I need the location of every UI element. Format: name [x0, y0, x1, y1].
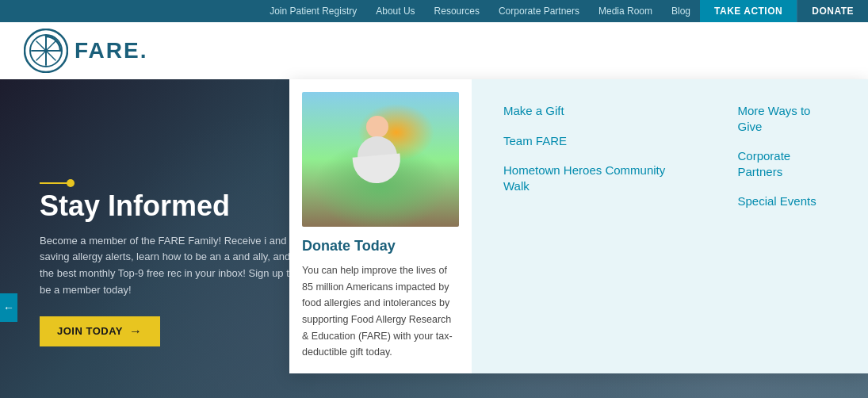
- dropdown-link-team-fare[interactable]: Team FARE: [503, 133, 690, 149]
- dropdown-right-panel: Make a Gift Team FARE Hometown Heroes Co…: [472, 79, 868, 373]
- top-nav-bar: Join Patient Registry About Us Resources…: [0, 0, 868, 22]
- dropdown-donate-title: Donate Today: [302, 238, 459, 254]
- main-header: FARE.: [0, 22, 868, 79]
- take-action-button[interactable]: TAKE ACTION: [700, 0, 797, 22]
- child-dress: [353, 153, 403, 185]
- nav-media-room[interactable]: Media Room: [589, 6, 662, 17]
- logo-text: FARE.: [75, 38, 147, 63]
- hero-line-dot: [40, 182, 71, 184]
- hero-line-decoration: [40, 182, 309, 184]
- hero-body-text: Become a member of the FARE Family! Rece…: [40, 233, 309, 299]
- dropdown-link-more-ways-to-give[interactable]: More Ways to Give: [737, 103, 836, 134]
- hero-content: Stay Informed Become a member of the FAR…: [40, 182, 309, 346]
- left-tab-button[interactable]: ←: [0, 293, 17, 322]
- fare-logo-icon: [24, 29, 68, 73]
- donate-button[interactable]: DONATE: [797, 0, 868, 22]
- child-figure: [346, 108, 409, 203]
- nav-resources[interactable]: Resources: [425, 6, 489, 17]
- join-today-button[interactable]: JOIN TODAY →: [40, 316, 160, 346]
- nav-blog[interactable]: Blog: [662, 6, 700, 17]
- dropdown-link-make-a-gift[interactable]: Make a Gift: [503, 103, 690, 119]
- nav-about-us[interactable]: About Us: [366, 6, 424, 17]
- hero-title: Stay Informed: [40, 190, 309, 222]
- dropdown-image: [302, 92, 459, 227]
- child-head: [366, 116, 388, 138]
- dropdown-col-1: Make a Gift Team FARE Hometown Heroes Co…: [503, 103, 690, 350]
- logo-area[interactable]: FARE.: [24, 29, 147, 73]
- dropdown-link-special-events[interactable]: Special Events: [737, 193, 836, 209]
- dropdown-left-panel: Donate Today You can help improve the li…: [289, 79, 472, 373]
- dropdown-link-corporate-partners[interactable]: Corporate Partners: [737, 148, 836, 179]
- join-today-label: JOIN TODAY: [57, 325, 123, 337]
- nav-corporate-partners[interactable]: Corporate Partners: [489, 6, 589, 17]
- join-arrow-icon: →: [129, 324, 143, 339]
- dropdown-body-text: You can help improve the lives of 85 mil…: [302, 262, 459, 361]
- dropdown-link-hometown-heroes[interactable]: Hometown Heroes Community Walk: [503, 163, 690, 193]
- dropdown-panel: Donate Today You can help improve the li…: [289, 79, 868, 373]
- top-nav-links: Join Patient Registry About Us Resources…: [260, 0, 868, 22]
- nav-join-patient-registry[interactable]: Join Patient Registry: [260, 6, 366, 17]
- dropdown-col-2: More Ways to Give Corporate Partners Spe…: [737, 103, 836, 350]
- left-tab-arrow-icon: ←: [3, 301, 14, 314]
